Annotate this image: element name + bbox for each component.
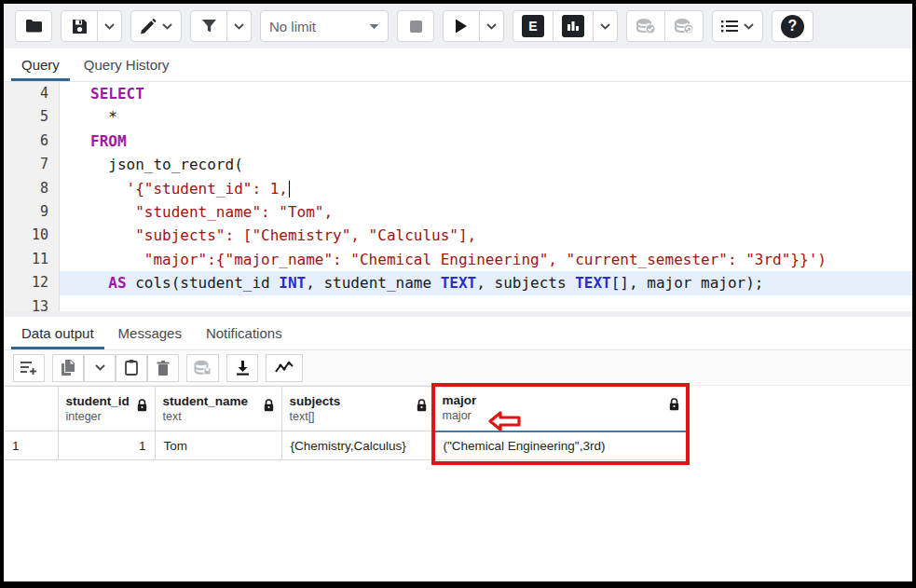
text-cursor [289,181,291,198]
editor-line[interactable]: 5 * [4,105,912,129]
line-number: 7 [4,153,60,176]
copy-button[interactable] [52,354,84,382]
explain-button[interactable]: E [513,10,554,42]
table-row[interactable]: 11Tom{Chemistry,Calculus}("Chemical Engi… [4,431,687,460]
cell-subjects[interactable]: {Chemistry,Calculus} [281,431,434,460]
tab-data-output[interactable]: Data output [9,317,106,349]
code-line[interactable]: '{"student_id": 1, [60,177,912,200]
code-line[interactable]: json_to_record( [60,153,912,176]
tab-notifications[interactable]: Notifications [194,317,294,349]
chevron-down-icon [95,364,105,371]
save-dropdown-button[interactable] [98,10,122,42]
line-number: 4 [4,82,60,105]
rollback-button[interactable] [665,10,704,42]
chevron-down-icon [600,23,610,30]
code-line[interactable]: FROM [60,130,912,153]
editor-line[interactable]: 10 "subjects": ["Chemistry", "Calculus"]… [4,224,912,247]
column-header-major[interactable]: majormajor [434,387,687,431]
line-number: 9 [4,200,60,224]
cell-student_id[interactable]: 1 [58,431,155,460]
save-icon [72,19,88,34]
download-button[interactable] [226,354,258,382]
edit-button[interactable] [130,10,182,42]
graph-visualiser-button[interactable] [266,354,303,382]
copy-dropdown-button[interactable] [84,354,116,382]
chevron-down-icon [369,23,379,30]
column-type: text[] [290,409,341,425]
filter-dropdown-button[interactable] [227,10,252,42]
editor-line[interactable]: 6FROM [4,130,912,153]
code-line[interactable]: "student_name": "Tom", [60,200,912,224]
line-number: 12 [4,271,60,294]
funnel-icon [201,19,217,34]
column-type: integer [66,409,130,425]
sql-editor[interactable]: 4SELECT5 *6FROM7 json_to_record(8 '{"stu… [4,82,912,311]
editor-line[interactable]: 7 json_to_record( [4,153,912,176]
chevron-down-icon [234,23,244,30]
execute-dropdown-button[interactable] [480,10,504,42]
paste-button[interactable] [116,354,147,382]
column-type: text [163,409,249,425]
open-file-button[interactable] [15,10,52,42]
save-data-icon [194,360,212,376]
editor-line[interactable]: 12 AS cols(student_id INT, student_name … [4,271,912,294]
cell-student_name[interactable]: Tom [155,431,281,460]
cell-major[interactable]: ("Chemical Engineering",3rd) [434,431,687,460]
line-number: 13 [4,295,60,311]
help-button[interactable]: ? [772,10,813,42]
column-name: student_id [66,393,130,409]
code-line[interactable]: SELECT [60,82,912,105]
add-row-icon [21,361,37,375]
execute-button[interactable] [443,10,480,42]
column-name: student_name [163,393,249,409]
macros-button[interactable] [712,10,763,42]
row-number-cell[interactable]: 1 [4,431,58,460]
explain-analyze-button[interactable] [554,10,594,42]
filter-button[interactable] [190,10,227,42]
chevron-down-icon [486,23,497,30]
add-row-button[interactable] [13,354,45,382]
editor-line[interactable]: 4SELECT [4,82,912,105]
row-limit-value: No limit [269,19,316,34]
save-data-button[interactable] [186,354,219,382]
chevron-down-icon [162,23,172,30]
screenshot-frame: No limit E [0,0,916,588]
lock-icon [264,399,274,412]
column-header-student_name[interactable]: student_nametext [155,387,281,431]
editor-line[interactable]: 11 "major":{"major_name": "Chemical Engi… [4,248,912,271]
code-line[interactable]: "subjects": ["Chemistry", "Calculus"], [60,224,912,247]
pencil-icon [140,19,157,34]
data-output-grid: student_idintegerstudent_nametextsubject… [4,386,912,554]
line-number: 6 [4,130,60,153]
line-number: 5 [4,105,60,129]
commit-icon [636,18,656,34]
save-button[interactable] [61,10,98,42]
commit-button[interactable] [626,10,665,42]
delete-button[interactable] [147,354,179,382]
tab-query-history[interactable]: Query History [72,48,182,81]
rollback-icon [674,18,694,34]
code-line[interactable]: AS cols(student_id INT, student_name TEX… [60,271,912,294]
tab-query[interactable]: Query [9,48,72,81]
editor-line[interactable]: 9 "student_name": "Tom", [4,200,912,224]
lock-icon [417,399,427,412]
query-tool-window: No limit E [4,4,912,581]
column-header-subjects[interactable]: subjectstext[] [281,387,434,431]
help-icon: ? [781,15,804,38]
code-line[interactable]: "major":{"major_name": "Chemical Enginee… [60,248,912,271]
results-toolbar [4,350,912,386]
tab-messages[interactable]: Messages [106,317,194,349]
stop-button[interactable] [397,10,434,42]
row-limit-select[interactable]: No limit [260,10,389,42]
delete-icon [157,361,170,376]
lock-icon [137,399,147,412]
results-table[interactable]: student_idintegerstudent_nametextsubject… [4,386,688,460]
graph-icon [275,362,294,374]
line-number: 10 [4,224,60,247]
copy-icon [61,360,75,376]
code-line[interactable]: * [60,105,912,129]
row-number-header[interactable] [4,387,58,431]
editor-line[interactable]: 8 '{"student_id": 1, [4,177,912,200]
explain-dropdown-button[interactable] [594,10,618,42]
column-header-student_id[interactable]: student_idinteger [58,387,155,431]
